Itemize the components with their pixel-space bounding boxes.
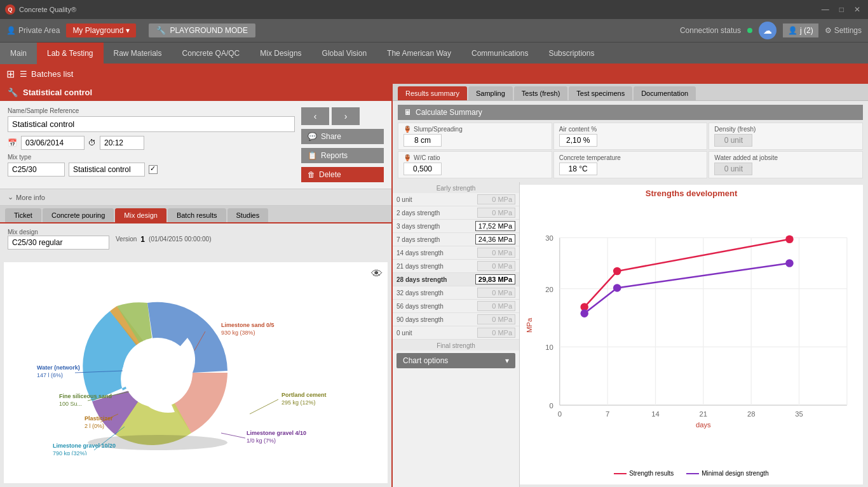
- concrete-temp-cell: Concrete temperature 18 °C: [553, 151, 708, 178]
- svg-text:790 kg (32%): 790 kg (32%): [53, 450, 87, 455]
- calc-icon: 🖩: [404, 108, 412, 117]
- prev-button[interactable]: ‹: [301, 107, 329, 125]
- more-info-row[interactable]: ⌄ More info: [0, 189, 391, 206]
- svg-text:Limestone sand 0/5: Limestone sand 0/5: [221, 322, 275, 328]
- next-button[interactable]: ›: [332, 107, 360, 125]
- stat-ctrl-checkbox[interactable]: [149, 165, 158, 174]
- mix-design-content: Mix design Version 1 (01/04/2015 00:00:0…: [0, 223, 391, 258]
- svg-text:Limestone gravel 10/20: Limestone gravel 10/20: [53, 443, 116, 449]
- tab-mix-design[interactable]: Mix design: [115, 208, 166, 222]
- stat-ctrl-input[interactable]: [69, 163, 145, 177]
- form-left: Name/Sample Reference 📅 ⏱ Mix type: [8, 107, 295, 182]
- slump-icon: 🏺: [403, 126, 411, 133]
- dropdown-arrow-icon: ▾: [505, 356, 509, 365]
- private-area-button[interactable]: 👤 Private Area: [6, 26, 60, 35]
- tab-batch-results[interactable]: Batch results: [168, 208, 226, 222]
- svg-text:0: 0: [549, 402, 553, 410]
- slump-cell: 🏺 Slump/Spreading 8 cm: [398, 123, 552, 150]
- strength-value-4: 0 MPa: [477, 248, 515, 258]
- wc-ratio-cell: 🏺 W/C ratio 0,500: [398, 151, 552, 178]
- nav-item-subscriptions[interactable]: Subscriptions: [538, 43, 604, 64]
- strength-label-1: 2 days strength: [397, 210, 475, 217]
- top-bar-right: Connection status ☁ 👤 j (2) ⚙ Settings: [680, 22, 862, 39]
- maximize-button[interactable]: □: [837, 5, 846, 14]
- svg-point-47: [613, 267, 621, 276]
- legend-strength-results-label: Strength results: [629, 470, 674, 477]
- results-tab-1[interactable]: Sampling: [468, 86, 513, 100]
- my-playground-button[interactable]: My Playground ▾: [66, 23, 136, 37]
- results-tab-3[interactable]: Test specimens: [569, 86, 632, 100]
- svg-point-48: [785, 236, 794, 244]
- minimize-button[interactable]: —: [819, 5, 832, 14]
- nav-item-global-vision[interactable]: Global Vision: [312, 43, 377, 64]
- share-button[interactable]: 💬 Share: [301, 129, 384, 144]
- tab-concrete-pouring[interactable]: Concrete pouring: [43, 208, 114, 222]
- dropdown-icon: ▾: [126, 26, 130, 35]
- strength-row-8: 56 days strength0 MPa: [393, 300, 519, 313]
- nav-item-lab-&-testing[interactable]: Lab & Testing: [37, 43, 104, 64]
- user-account-button[interactable]: 👤 j (2): [783, 23, 818, 37]
- wc-icon: 🏺: [403, 154, 411, 161]
- results-tab-0[interactable]: Results summary: [398, 86, 467, 100]
- split-area: Early strength 0 unit0 MPa2 days strengt…: [393, 182, 868, 487]
- playground-mode-button[interactable]: 🔧 PLAYGROUND MODE: [149, 23, 255, 37]
- reports-button[interactable]: 📋 Reports: [301, 148, 384, 163]
- nav-item-concrete-qa/qc[interactable]: Concrete QA/QC: [172, 43, 250, 64]
- svg-text:28: 28: [747, 410, 756, 418]
- version-label: Version: [116, 236, 137, 243]
- strength-label-0: 0 unit: [397, 196, 475, 203]
- svg-point-51: [785, 259, 794, 267]
- settings-button[interactable]: ⚙ Settings: [825, 26, 862, 35]
- air-content-cell: Air content % 2,10 %: [553, 123, 708, 150]
- mix-type-input[interactable]: [8, 163, 65, 177]
- nav-item-communications[interactable]: Communications: [461, 43, 538, 64]
- mix-design-input[interactable]: [8, 236, 109, 250]
- delete-button[interactable]: 🗑 Delete: [301, 167, 384, 182]
- tab-studies[interactable]: Studies: [227, 208, 269, 222]
- chart-options-bar[interactable]: Chart options ▾: [397, 353, 515, 368]
- batches-list-button[interactable]: ☰ Batches list: [20, 69, 73, 79]
- results-tab-2[interactable]: Tests (fresh): [514, 86, 568, 100]
- chart-title: Strengths development: [520, 185, 863, 199]
- date-input[interactable]: [21, 136, 85, 150]
- svg-text:930 kg (38%): 930 kg (38%): [221, 330, 255, 336]
- strength-value-3: 24,36 MPa: [475, 234, 515, 244]
- svg-line-7: [250, 399, 278, 414]
- svg-text:147 l (6%): 147 l (6%): [37, 372, 63, 378]
- density-value: 0 unit: [714, 134, 752, 147]
- version-section: Version 1 (01/04/2015 00:00:00): [116, 235, 211, 244]
- toolbar: ⊞ ☰ Batches list: [0, 63, 868, 84]
- svg-text:10: 10: [545, 344, 553, 351]
- tab-ticket[interactable]: Ticket: [5, 208, 41, 222]
- svg-line-10: [221, 433, 245, 438]
- strength-value-6: 29,83 MPa: [475, 274, 515, 284]
- visibility-icon[interactable]: 👁: [371, 267, 383, 281]
- nav-item-the-american-way[interactable]: The American Way: [377, 43, 461, 64]
- close-button[interactable]: ✕: [851, 5, 863, 14]
- strength-label-2: 3 days strength: [397, 223, 473, 230]
- right-panel: Results summarySamplingTests (fresh)Test…: [393, 84, 868, 487]
- chart-area: Strengths development: [520, 185, 863, 484]
- svg-text:MPa: MPa: [526, 317, 533, 333]
- cloud-button[interactable]: ☁: [759, 22, 776, 39]
- water-added-cell: Water added at jobsite 0 unit: [709, 151, 863, 178]
- nav-item-main[interactable]: Main: [0, 43, 37, 64]
- results-tab-4[interactable]: Documentation: [634, 86, 696, 100]
- strength-row-2: 3 days strength17,52 MPa: [393, 220, 519, 233]
- strength-label-4: 14 days strength: [397, 250, 475, 257]
- strength-value-9: 0 MPa: [477, 314, 515, 324]
- strength-label-7: 32 days strength: [397, 290, 475, 297]
- svg-text:Portland cement: Portland cement: [281, 392, 327, 398]
- svg-text:20: 20: [545, 286, 553, 293]
- name-sample-input[interactable]: [8, 116, 295, 132]
- nav-item-raw-materials[interactable]: Raw Materials: [104, 43, 172, 64]
- strength-row-4: 14 days strength0 MPa: [393, 246, 519, 260]
- chevron-down-icon: ⌄: [8, 193, 13, 201]
- connection-status-dot: [747, 28, 752, 33]
- main-content: 🔧 Statistical control Name/Sample Refere…: [0, 84, 868, 487]
- nav-item-mix-designs[interactable]: Mix Designs: [250, 43, 311, 64]
- time-input[interactable]: [100, 136, 144, 150]
- svg-point-0: [123, 338, 193, 408]
- strength-row-1: 2 days strength0 MPa: [393, 206, 519, 220]
- svg-text:100 Su...: 100 Su...: [59, 401, 82, 407]
